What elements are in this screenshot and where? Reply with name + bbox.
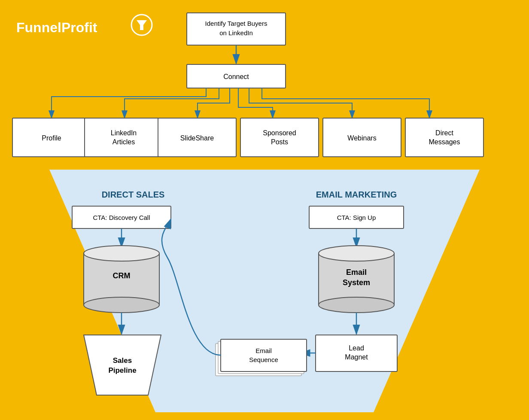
slideshare-label: SlideShare — [180, 134, 214, 142]
email-marketing-label: EMAIL MARKETING — [316, 190, 397, 199]
crm-cylinder-body — [84, 253, 159, 305]
svg-text:Sponsored: Sponsored — [263, 129, 296, 137]
connect-label: Connect — [223, 73, 249, 80]
crm-cylinder-top — [84, 246, 159, 261]
arrow-connect-articles — [125, 88, 219, 118]
direct-sales-label: DIRECT SALES — [102, 190, 165, 199]
webinars-label: Webinars — [347, 134, 376, 142]
linkedin-articles-label: Articles — [112, 138, 135, 146]
cta-discovery-box — [72, 206, 171, 228]
crm-label: CRM — [113, 271, 131, 280]
lead-magnet-box — [316, 335, 397, 371]
sponsored-posts-box — [240, 118, 319, 157]
arrow-connect-dm — [262, 88, 429, 118]
profile-box — [12, 118, 91, 157]
arrow-connect-webinars — [249, 88, 352, 118]
profile-label: Profile — [42, 134, 61, 142]
email-system-cylinder-top — [319, 246, 394, 261]
crm-cylinder-bottom — [84, 297, 159, 313]
email-seq-shadow1 — [218, 341, 304, 374]
sales-pipeline-shape — [84, 335, 161, 395]
direct-messages-box — [405, 118, 483, 157]
sponsored-posts-label: Posts — [271, 138, 288, 146]
email-sequence-box — [221, 339, 307, 371]
lead-magnet-label: Magnet — [345, 353, 368, 361]
cta-signup-box — [309, 206, 404, 228]
connect-box — [187, 64, 286, 88]
cta-signup-label: CTA: Sign Up — [337, 214, 376, 221]
linkedin-articles-box — [85, 118, 163, 157]
funnel-background — [49, 170, 480, 412]
arrow-seq-cta — [162, 219, 221, 355]
sales-pipeline-label: Pipeline — [108, 366, 136, 374]
direct-messages-label: Messages — [429, 138, 460, 146]
identify-box — [187, 13, 286, 45]
svg-text:Direct: Direct — [435, 129, 453, 137]
webinars-box — [323, 118, 401, 157]
arrow-connect-sponsored — [238, 88, 273, 118]
svg-text:on LinkedIn: on LinkedIn — [219, 29, 253, 37]
email-system-cylinder-body — [319, 253, 394, 305]
identify-label: Identify Target Buyers — [205, 20, 268, 27]
slideshare-box — [158, 118, 236, 157]
svg-point-0 — [131, 15, 152, 35]
email-system-label: System — [343, 278, 370, 287]
arrow-connect-profile — [52, 88, 206, 118]
arrow-connect-slideshare — [198, 88, 230, 118]
logo-text: FunnelProfit — [16, 20, 97, 35]
svg-text:Lead: Lead — [349, 344, 364, 352]
cta-discovery-label: CTA: Discovery Call — [93, 214, 150, 221]
funnel-icon — [137, 20, 147, 30]
email-system-cylinder-bottom — [319, 297, 394, 313]
svg-text:Sales: Sales — [113, 356, 132, 365]
svg-text:LinkedIn: LinkedIn — [111, 129, 137, 137]
email-seq-shadow2 — [216, 344, 301, 376]
svg-text:Email: Email — [346, 268, 367, 277]
email-sequence-label: Sequence — [249, 356, 278, 363]
svg-text:Email: Email — [255, 347, 272, 354]
